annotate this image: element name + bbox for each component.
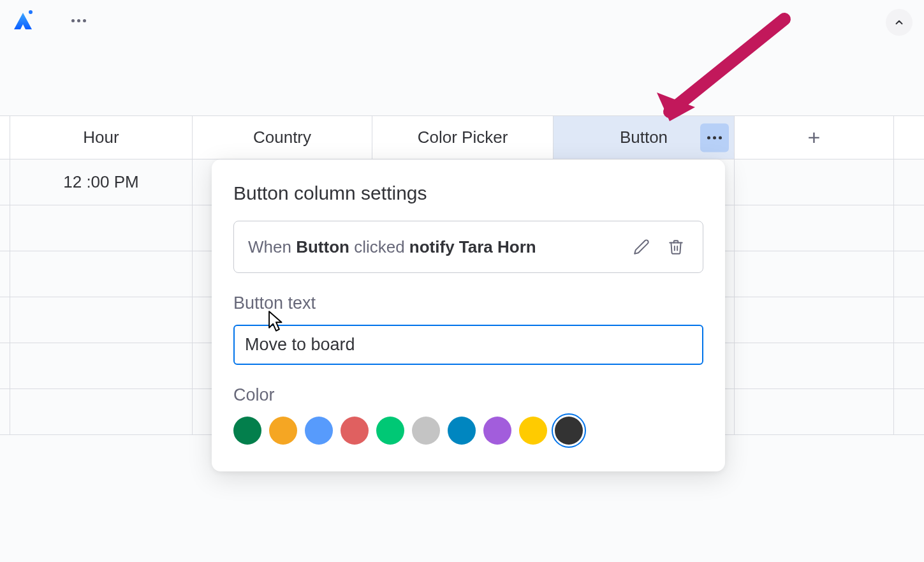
column-header-button-label: Button (620, 128, 668, 147)
cell-trailing (735, 389, 894, 434)
color-swatch-row (233, 417, 703, 445)
column-menu-button[interactable] (700, 123, 729, 152)
cell-lead[interactable] (0, 159, 10, 205)
cell-trailing (735, 343, 894, 388)
automation-text-mid1: clicked (349, 237, 409, 256)
automation-text-prefix: When (248, 237, 296, 256)
trash-icon (668, 239, 684, 255)
pencil-icon (633, 239, 650, 255)
color-swatch-2[interactable] (305, 417, 333, 445)
column-header-lead[interactable] (0, 116, 10, 159)
cell-trailing (735, 159, 894, 205)
automation-rule-text: When Button clicked notify Tara Horn (248, 237, 620, 257)
cell-hour[interactable] (10, 251, 193, 297)
cell-lead[interactable] (0, 389, 10, 434)
cell-trailing (735, 297, 894, 343)
automation-rule-box[interactable]: When Button clicked notify Tara Horn (233, 221, 703, 273)
cell-hour[interactable]: 12 :00 PM (10, 159, 193, 205)
automation-text-mid2 (455, 237, 459, 256)
column-header-country[interactable]: Country (193, 116, 372, 159)
column-settings-popover: Button column settings When Button click… (212, 159, 725, 471)
table-header-row: Hour Country Color Picker Button + (0, 116, 924, 159)
column-header-color-picker[interactable]: Color Picker (372, 116, 554, 159)
cell-lead[interactable] (0, 297, 10, 343)
color-swatch-8[interactable] (519, 417, 547, 445)
edit-automation-button[interactable] (629, 234, 654, 260)
delete-automation-button[interactable] (663, 234, 689, 260)
cell-lead[interactable] (0, 343, 10, 388)
cell-hour[interactable] (10, 343, 193, 388)
button-text-label: Button text (233, 293, 703, 313)
top-bar (0, 0, 924, 41)
popover-title: Button column settings (233, 182, 703, 204)
add-column-button[interactable]: + (735, 116, 894, 159)
button-text-input[interactable] (233, 325, 703, 365)
color-swatch-0[interactable] (233, 417, 261, 445)
collapse-button[interactable] (886, 9, 913, 36)
automation-text-action: notify (409, 237, 455, 256)
cell-lead[interactable] (0, 251, 10, 297)
color-swatch-1[interactable] (269, 417, 297, 445)
cell-trailing (735, 205, 894, 251)
automation-text-target: Tara Horn (459, 237, 536, 256)
cell-hour[interactable] (10, 205, 193, 251)
column-header-button[interactable]: Button (554, 116, 735, 159)
color-swatch-5[interactable] (412, 417, 440, 445)
cell-hour[interactable] (10, 297, 193, 343)
color-swatch-4[interactable] (376, 417, 404, 445)
automation-text-button: Button (296, 237, 349, 256)
app-logo[interactable] (11, 9, 34, 32)
cell-hour[interactable] (10, 389, 193, 434)
color-swatch-7[interactable] (483, 417, 511, 445)
color-swatch-3[interactable] (341, 417, 369, 445)
cell-lead[interactable] (0, 205, 10, 251)
more-menu-button[interactable] (66, 14, 91, 27)
color-swatch-6[interactable] (448, 417, 476, 445)
svg-point-0 (29, 10, 33, 14)
column-header-hour[interactable]: Hour (10, 116, 193, 159)
color-swatch-9[interactable] (555, 417, 583, 445)
cell-trailing (735, 251, 894, 297)
color-label: Color (233, 385, 703, 405)
